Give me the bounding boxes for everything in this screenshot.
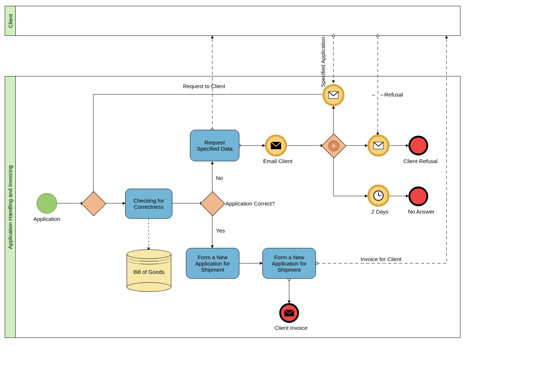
event-timer-label: 2 Days bbox=[369, 208, 391, 215]
pool-client-title: Client bbox=[7, 14, 14, 28]
pool-client-label: Client bbox=[5, 6, 16, 35]
msg-spec-app-label: Specified Application bbox=[320, 29, 326, 87]
branch-no-label: No bbox=[216, 175, 228, 181]
event-refusal bbox=[367, 135, 389, 157]
end-client-refusal bbox=[408, 136, 428, 155]
pool-app-title: Application Handling and Invoicing bbox=[7, 165, 14, 249]
data-store-label: Bill of Goods bbox=[127, 269, 171, 275]
task-form1-text: Form a New Application for Shipment bbox=[190, 254, 235, 273]
bpmn-diagram: Client Application Handling and Invoicin… bbox=[0, 0, 549, 392]
pentagon-icon bbox=[325, 137, 342, 154]
event-email-client-label: Email Client bbox=[261, 158, 294, 164]
task-request-specified-data: Request Specified Data bbox=[190, 130, 239, 161]
end-client-invoice-label: Client Invoice bbox=[271, 325, 311, 331]
gateway-app-correct-label: Application Correct? bbox=[225, 200, 288, 207]
pool-app-label: Application Handling and Invoicing bbox=[5, 76, 16, 338]
envelope-icon bbox=[284, 310, 294, 316]
pool-client: Client bbox=[5, 6, 460, 36]
msg-refusal-label: Refusal bbox=[384, 91, 414, 98]
start-event-label: Application bbox=[27, 216, 66, 222]
pool-app: Application Handling and Invoicing bbox=[5, 76, 460, 338]
task-form-shipment-2: Form a New Application for Shipment bbox=[262, 248, 316, 279]
event-msg-received bbox=[322, 84, 344, 106]
svg-point-2 bbox=[329, 141, 339, 151]
svg-marker-4 bbox=[331, 143, 336, 148]
task-form2-text: Form a New Application for Shipment bbox=[266, 254, 312, 273]
envelope-icon bbox=[328, 91, 339, 99]
event-timer-2days bbox=[367, 185, 389, 207]
end-no-answer bbox=[408, 186, 428, 206]
task-checking-text: Checking for Correctness bbox=[129, 197, 168, 210]
clock-icon bbox=[373, 190, 384, 201]
task-request-text: Request Specified Data bbox=[194, 139, 235, 152]
envelope-icon bbox=[373, 142, 384, 149]
envelope-icon bbox=[271, 142, 281, 149]
data-store-bill-of-goods: Bill of Goods bbox=[127, 249, 171, 292]
task-form-shipment-1: Form a New Application for Shipment bbox=[186, 248, 239, 279]
end-client-invoice bbox=[279, 303, 299, 323]
event-email-client bbox=[265, 135, 287, 157]
msg-request-label: Request to Client bbox=[183, 83, 242, 89]
start-event-application bbox=[37, 193, 57, 214]
end-no-answer-label: No Answer bbox=[405, 208, 438, 215]
msg-invoice-label: Invoice for Client bbox=[361, 256, 419, 262]
end-client-refusal-label: Client Refusal bbox=[401, 158, 440, 164]
task-checking-correctness: Checking for Correctness bbox=[125, 189, 172, 219]
branch-yes-label: Yes bbox=[216, 227, 231, 234]
